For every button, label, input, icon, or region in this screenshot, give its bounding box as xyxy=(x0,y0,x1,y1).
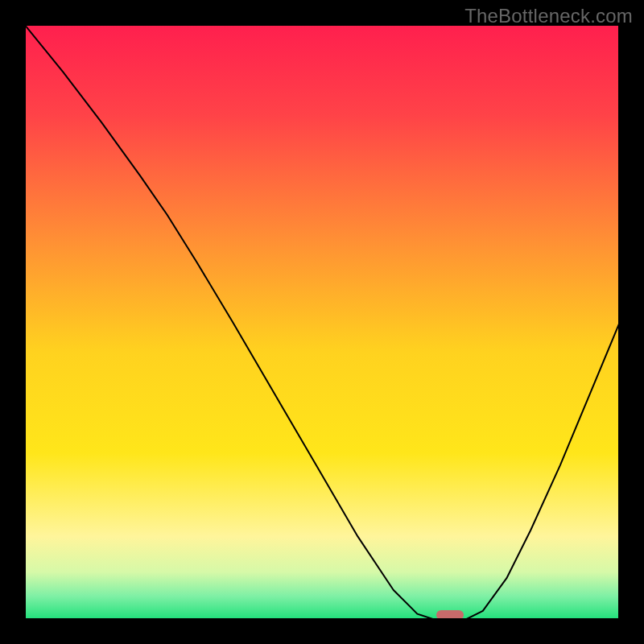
bottleneck-curve xyxy=(24,24,620,620)
chart-frame xyxy=(24,24,620,620)
optimum-marker xyxy=(436,610,464,620)
watermark-text: TheBottleneck.com xyxy=(464,5,633,27)
stage: TheBottleneck.com xyxy=(0,0,644,644)
